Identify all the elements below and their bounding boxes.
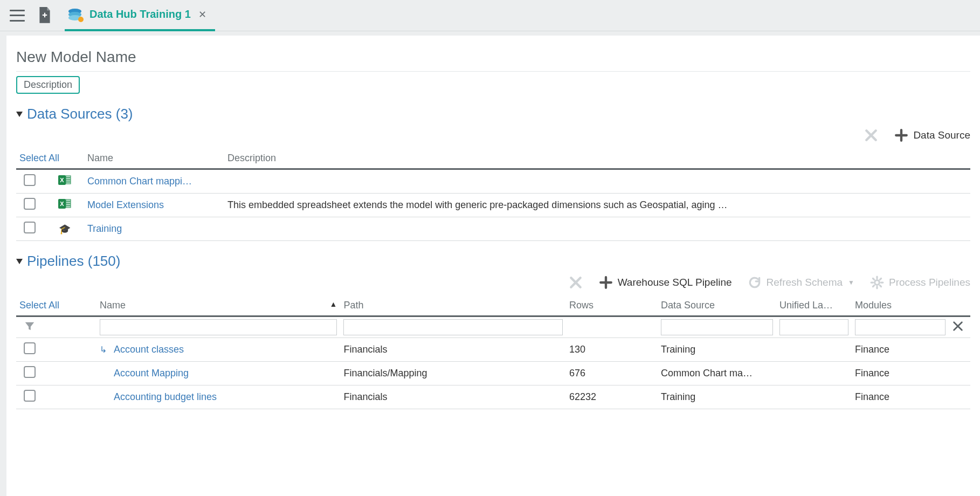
row-checkbox[interactable] bbox=[24, 174, 36, 186]
select-all-header[interactable]: Select All bbox=[16, 148, 84, 169]
column-header-name[interactable]: Name bbox=[84, 148, 224, 169]
delete-pipeline-button bbox=[568, 275, 583, 290]
column-header-description[interactable]: Description bbox=[224, 148, 970, 169]
delete-data-source-button bbox=[864, 128, 879, 143]
pipeline-path: Financials bbox=[340, 338, 566, 362]
pipelines-title: Pipelines (150) bbox=[27, 253, 120, 270]
data-source-name-link[interactable]: Training bbox=[87, 223, 122, 234]
pipeline-modules: Finance bbox=[852, 385, 949, 409]
data-hub-icon bbox=[67, 7, 84, 22]
filter-data-source-input[interactable] bbox=[661, 319, 773, 335]
svg-rect-17 bbox=[66, 206, 71, 208]
filter-name-input[interactable] bbox=[100, 319, 337, 335]
data-source-row: X Common Chart mappi… bbox=[16, 169, 970, 194]
svg-point-18 bbox=[875, 280, 880, 285]
graduation-cap-icon: 🎓 bbox=[57, 223, 72, 235]
row-checkbox[interactable] bbox=[24, 342, 36, 354]
excel-icon: X bbox=[57, 198, 72, 210]
chevron-down-icon: ▼ bbox=[848, 279, 854, 286]
row-checkbox[interactable] bbox=[24, 390, 36, 402]
svg-rect-15 bbox=[66, 202, 71, 203]
data-sources-toolbar: Data Source bbox=[16, 122, 970, 146]
row-checkbox[interactable] bbox=[24, 366, 36, 378]
sort-asc-icon: ▲ bbox=[330, 300, 337, 308]
pipelines-table: Select All Name▲ Path Rows Data Source U… bbox=[16, 295, 970, 409]
svg-rect-14 bbox=[66, 199, 71, 201]
svg-rect-9 bbox=[66, 178, 71, 180]
pipelines-section: Pipelines (150) Warehouse SQL Pipeline R… bbox=[16, 253, 970, 409]
column-header-name[interactable]: Name▲ bbox=[96, 295, 340, 316]
pipeline-layer bbox=[776, 362, 852, 385]
pipeline-path: Financials bbox=[340, 385, 566, 409]
data-sources-section: Data Sources (3) Data Source Select All … bbox=[16, 106, 970, 241]
filter-modules-input[interactable] bbox=[855, 319, 946, 335]
collapse-caret-icon bbox=[16, 259, 23, 264]
pipeline-rows: 676 bbox=[566, 362, 658, 385]
hierarchy-icon[interactable]: ↳ bbox=[100, 345, 109, 355]
row-checkbox[interactable] bbox=[24, 198, 36, 210]
active-tab[interactable]: Data Hub Training 1 ✕ bbox=[65, 0, 215, 31]
add-data-source-button[interactable]: Data Source bbox=[894, 128, 970, 143]
svg-rect-11 bbox=[66, 182, 71, 184]
pipelines-toolbar: Warehouse SQL Pipeline Refresh Schema ▼ … bbox=[16, 270, 970, 293]
svg-text:X: X bbox=[60, 177, 64, 183]
excel-icon: X bbox=[57, 174, 72, 186]
pipeline-path: Financials/Mapping bbox=[340, 362, 566, 385]
pipeline-data-source: Common Chart ma… bbox=[658, 362, 776, 385]
pipeline-row: ↳Account classes Financials 130 Training… bbox=[16, 338, 970, 362]
menu-icon[interactable] bbox=[10, 10, 25, 22]
column-header-rows[interactable]: Rows bbox=[566, 295, 658, 316]
filter-path-input[interactable] bbox=[343, 319, 563, 335]
pipeline-modules: Finance bbox=[852, 338, 949, 362]
pipeline-name-link[interactable]: Account Mapping bbox=[114, 368, 189, 379]
data-sources-table: Select All Name Description X Common Cha… bbox=[16, 148, 970, 241]
close-icon[interactable]: ✕ bbox=[196, 6, 209, 23]
page-body: New Model Name Description Data Sources … bbox=[6, 36, 980, 496]
data-sources-header[interactable]: Data Sources (3) bbox=[16, 106, 970, 122]
select-all-header[interactable]: Select All bbox=[16, 295, 96, 316]
process-pipelines-label: Process Pipelines bbox=[889, 277, 970, 288]
delete-icon bbox=[864, 128, 879, 143]
clear-filter-icon[interactable] bbox=[952, 320, 964, 332]
filter-icon bbox=[24, 320, 36, 332]
data-source-description: This embedded spreadsheet extends the mo… bbox=[224, 194, 970, 217]
svg-rect-1 bbox=[44, 12, 45, 17]
data-source-name-link[interactable]: Model Extensions bbox=[87, 199, 164, 210]
data-source-name-link[interactable]: Common Chart mappi… bbox=[87, 176, 192, 187]
gear-icon bbox=[869, 275, 885, 290]
column-header-path[interactable]: Path bbox=[340, 295, 566, 316]
pipeline-row: Account Mapping Financials/Mapping 676 C… bbox=[16, 362, 970, 385]
top-bar: Data Hub Training 1 ✕ bbox=[0, 0, 980, 31]
collapse-caret-icon bbox=[16, 112, 23, 117]
pipeline-rows: 130 bbox=[566, 338, 658, 362]
column-header-unified-layer[interactable]: Unified La… bbox=[776, 295, 852, 316]
plus-icon bbox=[598, 275, 613, 290]
description-button[interactable]: Description bbox=[16, 76, 80, 94]
plus-icon bbox=[894, 128, 909, 143]
row-checkbox[interactable] bbox=[24, 222, 36, 233]
pipeline-name-link[interactable]: Accounting budget lines bbox=[114, 391, 217, 403]
process-pipelines-button: Process Pipelines bbox=[869, 275, 970, 290]
pipeline-rows: 62232 bbox=[566, 385, 658, 409]
add-pipeline-button[interactable]: Warehouse SQL Pipeline bbox=[598, 275, 732, 290]
pipeline-modules: Finance bbox=[852, 362, 949, 385]
column-header-modules[interactable]: Modules bbox=[852, 295, 949, 316]
pipelines-header[interactable]: Pipelines (150) bbox=[16, 253, 970, 270]
refresh-icon bbox=[747, 275, 762, 290]
column-header-data-source[interactable]: Data Source bbox=[658, 295, 776, 316]
data-sources-title: Data Sources (3) bbox=[27, 106, 133, 122]
pipeline-row: Accounting budget lines Financials 62232… bbox=[16, 385, 970, 409]
tab-title: Data Hub Training 1 bbox=[89, 8, 191, 20]
add-pipeline-label: Warehouse SQL Pipeline bbox=[618, 277, 732, 288]
add-data-source-label: Data Source bbox=[913, 129, 970, 141]
filter-layer-input[interactable] bbox=[779, 319, 848, 335]
svg-point-5 bbox=[78, 17, 84, 22]
pipeline-name-link[interactable]: Account classes bbox=[114, 344, 184, 355]
delete-icon bbox=[568, 275, 583, 290]
svg-rect-8 bbox=[66, 176, 71, 177]
new-document-icon[interactable] bbox=[38, 7, 52, 24]
model-name-input[interactable]: New Model Name bbox=[16, 45, 970, 72]
data-source-description bbox=[224, 217, 970, 241]
refresh-schema-button: Refresh Schema ▼ bbox=[747, 275, 854, 290]
svg-rect-10 bbox=[66, 180, 71, 182]
